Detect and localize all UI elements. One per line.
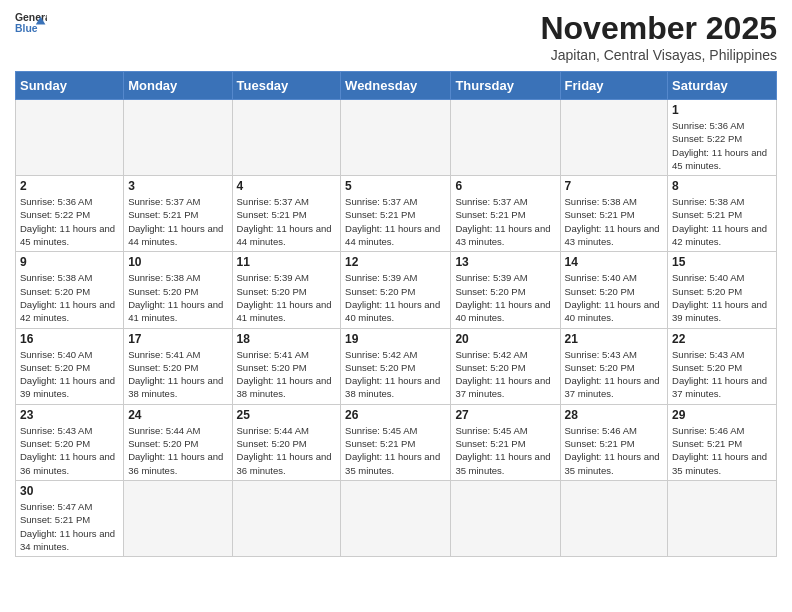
calendar-cell <box>124 100 232 176</box>
day-number: 20 <box>455 332 555 346</box>
calendar-cell <box>451 480 560 556</box>
day-info: Sunrise: 5:42 AMSunset: 5:20 PMDaylight:… <box>455 348 555 401</box>
day-info: Sunrise: 5:41 AMSunset: 5:20 PMDaylight:… <box>237 348 337 401</box>
day-info: Sunrise: 5:45 AMSunset: 5:21 PMDaylight:… <box>345 424 446 477</box>
day-number: 26 <box>345 408 446 422</box>
day-number: 2 <box>20 179 119 193</box>
calendar-cell: 26Sunrise: 5:45 AMSunset: 5:21 PMDayligh… <box>341 404 451 480</box>
day-number: 25 <box>237 408 337 422</box>
weekday-header-friday: Friday <box>560 72 668 100</box>
day-info: Sunrise: 5:36 AMSunset: 5:22 PMDaylight:… <box>672 119 772 172</box>
day-info: Sunrise: 5:44 AMSunset: 5:20 PMDaylight:… <box>128 424 227 477</box>
day-info: Sunrise: 5:38 AMSunset: 5:21 PMDaylight:… <box>565 195 664 248</box>
calendar-cell: 3Sunrise: 5:37 AMSunset: 5:21 PMDaylight… <box>124 176 232 252</box>
day-info: Sunrise: 5:40 AMSunset: 5:20 PMDaylight:… <box>20 348 119 401</box>
calendar-cell: 17Sunrise: 5:41 AMSunset: 5:20 PMDayligh… <box>124 328 232 404</box>
day-info: Sunrise: 5:39 AMSunset: 5:20 PMDaylight:… <box>345 271 446 324</box>
day-number: 28 <box>565 408 664 422</box>
day-info: Sunrise: 5:42 AMSunset: 5:20 PMDaylight:… <box>345 348 446 401</box>
day-number: 21 <box>565 332 664 346</box>
day-number: 13 <box>455 255 555 269</box>
day-info: Sunrise: 5:46 AMSunset: 5:21 PMDaylight:… <box>565 424 664 477</box>
day-number: 24 <box>128 408 227 422</box>
day-number: 14 <box>565 255 664 269</box>
calendar-cell <box>232 100 341 176</box>
day-info: Sunrise: 5:41 AMSunset: 5:20 PMDaylight:… <box>128 348 227 401</box>
calendar-cell <box>451 100 560 176</box>
day-number: 5 <box>345 179 446 193</box>
calendar-cell: 19Sunrise: 5:42 AMSunset: 5:20 PMDayligh… <box>341 328 451 404</box>
day-number: 22 <box>672 332 772 346</box>
day-info: Sunrise: 5:46 AMSunset: 5:21 PMDaylight:… <box>672 424 772 477</box>
day-info: Sunrise: 5:43 AMSunset: 5:20 PMDaylight:… <box>672 348 772 401</box>
day-number: 15 <box>672 255 772 269</box>
calendar-cell: 12Sunrise: 5:39 AMSunset: 5:20 PMDayligh… <box>341 252 451 328</box>
svg-text:Blue: Blue <box>15 23 38 34</box>
calendar-cell: 6Sunrise: 5:37 AMSunset: 5:21 PMDaylight… <box>451 176 560 252</box>
calendar-cell: 25Sunrise: 5:44 AMSunset: 5:20 PMDayligh… <box>232 404 341 480</box>
title-block: November 2025 Japitan, Central Visayas, … <box>540 10 777 63</box>
calendar-cell: 2Sunrise: 5:36 AMSunset: 5:22 PMDaylight… <box>16 176 124 252</box>
calendar-cell: 29Sunrise: 5:46 AMSunset: 5:21 PMDayligh… <box>668 404 777 480</box>
day-info: Sunrise: 5:37 AMSunset: 5:21 PMDaylight:… <box>237 195 337 248</box>
calendar-week-2: 2Sunrise: 5:36 AMSunset: 5:22 PMDaylight… <box>16 176 777 252</box>
calendar-cell <box>124 480 232 556</box>
calendar-cell: 20Sunrise: 5:42 AMSunset: 5:20 PMDayligh… <box>451 328 560 404</box>
day-number: 16 <box>20 332 119 346</box>
day-number: 6 <box>455 179 555 193</box>
calendar-cell <box>341 480 451 556</box>
day-info: Sunrise: 5:37 AMSunset: 5:21 PMDaylight:… <box>345 195 446 248</box>
month-title: November 2025 <box>540 10 777 47</box>
day-info: Sunrise: 5:39 AMSunset: 5:20 PMDaylight:… <box>455 271 555 324</box>
calendar-cell <box>16 100 124 176</box>
calendar-cell: 7Sunrise: 5:38 AMSunset: 5:21 PMDaylight… <box>560 176 668 252</box>
day-info: Sunrise: 5:40 AMSunset: 5:20 PMDaylight:… <box>565 271 664 324</box>
day-number: 3 <box>128 179 227 193</box>
day-number: 11 <box>237 255 337 269</box>
day-number: 10 <box>128 255 227 269</box>
day-info: Sunrise: 5:40 AMSunset: 5:20 PMDaylight:… <box>672 271 772 324</box>
day-number: 29 <box>672 408 772 422</box>
day-number: 12 <box>345 255 446 269</box>
calendar-week-5: 23Sunrise: 5:43 AMSunset: 5:20 PMDayligh… <box>16 404 777 480</box>
calendar-week-4: 16Sunrise: 5:40 AMSunset: 5:20 PMDayligh… <box>16 328 777 404</box>
weekday-header-sunday: Sunday <box>16 72 124 100</box>
calendar-cell: 23Sunrise: 5:43 AMSunset: 5:20 PMDayligh… <box>16 404 124 480</box>
day-number: 4 <box>237 179 337 193</box>
day-info: Sunrise: 5:37 AMSunset: 5:21 PMDaylight:… <box>455 195 555 248</box>
weekday-header-row: SundayMondayTuesdayWednesdayThursdayFrid… <box>16 72 777 100</box>
calendar-cell: 28Sunrise: 5:46 AMSunset: 5:21 PMDayligh… <box>560 404 668 480</box>
calendar-week-6: 30Sunrise: 5:47 AMSunset: 5:21 PMDayligh… <box>16 480 777 556</box>
weekday-header-tuesday: Tuesday <box>232 72 341 100</box>
day-info: Sunrise: 5:39 AMSunset: 5:20 PMDaylight:… <box>237 271 337 324</box>
day-number: 19 <box>345 332 446 346</box>
calendar-cell: 15Sunrise: 5:40 AMSunset: 5:20 PMDayligh… <box>668 252 777 328</box>
calendar-cell <box>668 480 777 556</box>
calendar-cell: 13Sunrise: 5:39 AMSunset: 5:20 PMDayligh… <box>451 252 560 328</box>
logo: General Blue <box>15 10 47 38</box>
day-number: 9 <box>20 255 119 269</box>
day-info: Sunrise: 5:45 AMSunset: 5:21 PMDaylight:… <box>455 424 555 477</box>
calendar-cell: 24Sunrise: 5:44 AMSunset: 5:20 PMDayligh… <box>124 404 232 480</box>
calendar-cell <box>560 100 668 176</box>
calendar-cell: 27Sunrise: 5:45 AMSunset: 5:21 PMDayligh… <box>451 404 560 480</box>
calendar-cell <box>341 100 451 176</box>
calendar-cell: 21Sunrise: 5:43 AMSunset: 5:20 PMDayligh… <box>560 328 668 404</box>
day-info: Sunrise: 5:38 AMSunset: 5:20 PMDaylight:… <box>128 271 227 324</box>
day-info: Sunrise: 5:47 AMSunset: 5:21 PMDaylight:… <box>20 500 119 553</box>
calendar-cell: 4Sunrise: 5:37 AMSunset: 5:21 PMDaylight… <box>232 176 341 252</box>
calendar-cell: 5Sunrise: 5:37 AMSunset: 5:21 PMDaylight… <box>341 176 451 252</box>
calendar-cell: 9Sunrise: 5:38 AMSunset: 5:20 PMDaylight… <box>16 252 124 328</box>
calendar-cell: 11Sunrise: 5:39 AMSunset: 5:20 PMDayligh… <box>232 252 341 328</box>
calendar-week-3: 9Sunrise: 5:38 AMSunset: 5:20 PMDaylight… <box>16 252 777 328</box>
day-number: 17 <box>128 332 227 346</box>
calendar-cell: 16Sunrise: 5:40 AMSunset: 5:20 PMDayligh… <box>16 328 124 404</box>
calendar-table: SundayMondayTuesdayWednesdayThursdayFrid… <box>15 71 777 557</box>
day-info: Sunrise: 5:44 AMSunset: 5:20 PMDaylight:… <box>237 424 337 477</box>
location: Japitan, Central Visayas, Philippines <box>540 47 777 63</box>
day-info: Sunrise: 5:37 AMSunset: 5:21 PMDaylight:… <box>128 195 227 248</box>
day-info: Sunrise: 5:43 AMSunset: 5:20 PMDaylight:… <box>565 348 664 401</box>
weekday-header-monday: Monday <box>124 72 232 100</box>
page-header: General Blue November 2025 Japitan, Cent… <box>15 10 777 63</box>
calendar-cell: 14Sunrise: 5:40 AMSunset: 5:20 PMDayligh… <box>560 252 668 328</box>
